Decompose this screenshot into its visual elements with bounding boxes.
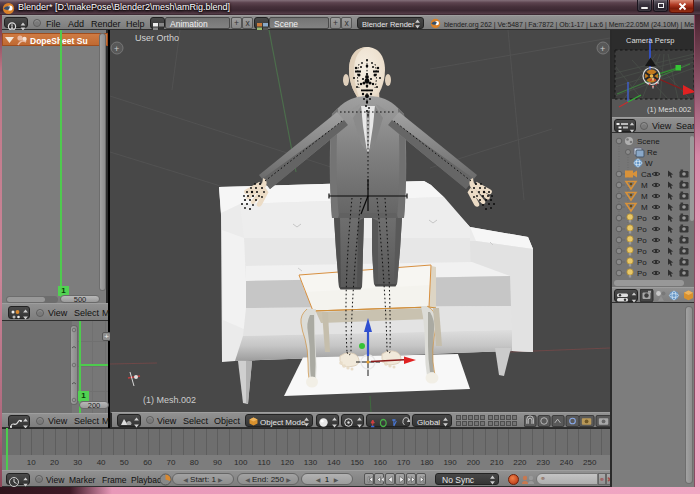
svg-text:(1) Mesh.002: (1) Mesh.002	[647, 105, 691, 114]
svg-text:Po: Po	[637, 225, 647, 234]
svg-text:User Ortho: User Ortho	[135, 33, 179, 43]
svg-text:Scene: Scene	[637, 137, 660, 146]
svg-text:+: +	[114, 44, 119, 54]
svg-text:(1) Mesh.002: (1) Mesh.002	[143, 395, 196, 405]
svg-text:M: M	[641, 203, 648, 212]
svg-text:W: W	[645, 159, 653, 168]
svg-text:Ca: Ca	[641, 170, 652, 179]
svg-text:Po: Po	[637, 214, 647, 223]
svg-text:Re: Re	[647, 148, 658, 157]
svg-text:M: M	[641, 181, 648, 190]
svg-text:Po: Po	[637, 247, 647, 256]
svg-text:Po: Po	[637, 258, 647, 267]
svg-text:Po: Po	[637, 236, 647, 245]
svg-text:Camera Persp: Camera Persp	[626, 36, 674, 45]
svg-text:+: +	[600, 44, 605, 54]
svg-text:M: M	[641, 192, 648, 201]
svg-text:Po: Po	[637, 269, 647, 278]
